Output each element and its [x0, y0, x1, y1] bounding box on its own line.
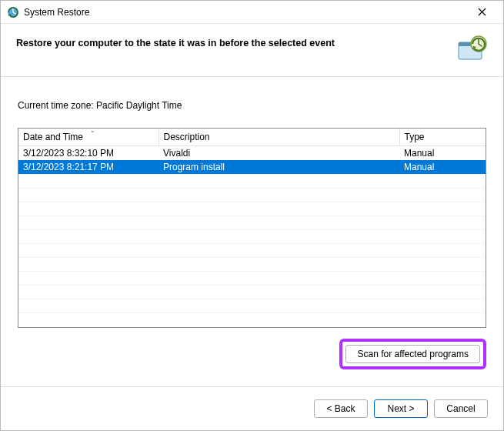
cell-date: 3/12/2023 8:21:17 PM: [18, 160, 159, 175]
restore-points-table[interactable]: Date and Time ⌄ Description Type 3/12/20…: [18, 128, 486, 328]
table-row-empty: [18, 286, 486, 299]
table-row[interactable]: 3/12/2023 8:32:10 PMVivaldiManual: [18, 146, 486, 161]
cell-date: 3/12/2023 8:32:10 PM: [18, 146, 159, 161]
table-row-empty: [18, 189, 486, 202]
sort-caret-icon: ⌄: [90, 128, 95, 134]
table-row-empty: [18, 244, 486, 258]
page-heading: Restore your computer to the state it wa…: [16, 38, 335, 48]
window-title: System Restore: [24, 7, 466, 18]
system-restore-dialog: System Restore Restore your computer to …: [0, 0, 504, 431]
cell-desc: Vivaldi: [159, 146, 399, 161]
header: Restore your computer to the state it wa…: [1, 24, 503, 77]
titlebar: System Restore: [1, 1, 503, 24]
table-row[interactable]: 3/12/2023 8:21:17 PMProgram installManua…: [18, 160, 486, 175]
cell-type: Manual: [399, 146, 486, 161]
footer-nav: < Back Next > Cancel: [1, 386, 503, 430]
table-row-empty: [18, 216, 486, 230]
next-button[interactable]: Next >: [374, 399, 428, 418]
col-header-type[interactable]: Type: [399, 129, 486, 146]
restore-icon: [7, 6, 19, 18]
table-row-empty: [18, 313, 486, 327]
cell-desc: Program install: [159, 160, 399, 175]
table-row-empty: [18, 258, 486, 272]
scan-row: Scan for affected programs: [18, 339, 486, 369]
col-header-date[interactable]: Date and Time ⌄: [18, 129, 159, 146]
back-button[interactable]: < Back: [314, 399, 368, 418]
table-row-empty: [18, 230, 486, 244]
timezone-label: Current time zone: Pacific Daylight Time: [18, 100, 486, 111]
table-row-empty: [18, 272, 486, 286]
annotation-highlight: Scan for affected programs: [339, 339, 486, 369]
table-row-empty: [18, 175, 486, 189]
restore-hero-icon: [454, 35, 488, 65]
content-area: Current time zone: Pacific Daylight Time…: [1, 77, 503, 386]
scan-affected-programs-button[interactable]: Scan for affected programs: [345, 345, 480, 363]
cell-type: Manual: [399, 160, 486, 175]
table-row-empty: [18, 299, 486, 313]
close-button[interactable]: [466, 2, 497, 23]
table-row-empty: [18, 202, 486, 216]
cancel-button[interactable]: Cancel: [434, 399, 488, 418]
col-header-description[interactable]: Description: [159, 129, 399, 146]
